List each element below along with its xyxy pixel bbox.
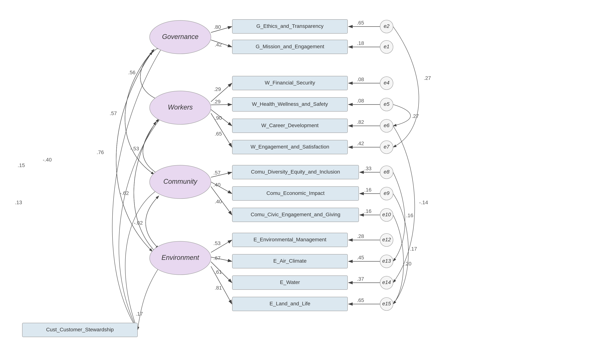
label-e13: e13 (382, 258, 391, 264)
label-e-water: E_Water (280, 279, 300, 285)
coeff-environment-customer: .17 (136, 311, 143, 317)
label-e4: e4 (384, 80, 389, 85)
label-e6: e6 (384, 123, 389, 128)
coeff-e5-health: .08 (357, 98, 364, 104)
coeff-e-right2: .27 (412, 113, 419, 119)
label-c-diversity: Comu_Diversity_Equity_and_Inclusion (251, 169, 340, 175)
coeff-e4-financial: .08 (357, 76, 364, 82)
coeff-e9-economic: .16 (364, 187, 371, 193)
coeff-e-right5: .17 (410, 246, 417, 252)
coeff-env-air: .67 (213, 255, 220, 261)
coeff-env-environmental: .53 (213, 240, 220, 246)
label-e12: e12 (382, 237, 391, 242)
label-w-career: W_Career_Development (261, 123, 318, 128)
coeff-e14-water: .37 (357, 276, 364, 282)
coeff-com-civic: .40 (215, 199, 222, 204)
label-e14: e14 (382, 279, 391, 285)
coeff-community-environment: -.02 (134, 220, 143, 226)
label-e2: e2 (384, 23, 389, 29)
coeff-e10-civic: .16 (364, 208, 371, 214)
label-e-air: E_Air_Climate (273, 258, 307, 264)
svg-line-5 (211, 104, 232, 105)
coeff-community-customer: .13 (15, 200, 22, 205)
coeff-e6-career: .82 (357, 119, 364, 125)
coeff-workers-customer: -.40 (43, 157, 52, 163)
label-c-economic: Comu_Economic_Impact (266, 190, 325, 196)
label-e7: e7 (384, 144, 390, 150)
label-w-health: W_Health_Wellness_and_Safety (252, 101, 328, 107)
coeff-gov-environment: .76 (97, 149, 104, 155)
label-c-civic: Comu_Civic_Engagement_and_Giving (251, 212, 341, 217)
coeff-gov-customer: .15 (18, 162, 25, 168)
label-workers: Workers (168, 103, 193, 111)
coeff-wor-health: .29 (213, 99, 220, 104)
coeff-gov-ethics: .80 (214, 24, 221, 30)
label-e10: e10 (382, 212, 391, 217)
coeff-e-right3: -.14 (419, 200, 428, 205)
coeff-wor-financial: .29 (214, 86, 221, 92)
coeff-gov-community: .57 (110, 110, 117, 116)
coeff-wor-engagement: .65 (215, 131, 222, 137)
coeff-env-land: .81 (215, 285, 222, 291)
coeff-e2-ethics: .65 (357, 20, 364, 25)
label-e9: e9 (384, 190, 389, 196)
coeff-com-diversity: .57 (213, 170, 220, 176)
coeff-e12-environmental: .28 (357, 233, 364, 239)
coeff-e7-engagement: .42 (357, 141, 364, 146)
label-g-mission: G_Mission_and_Engagement (256, 44, 324, 49)
coeff-e-right4: .16 (406, 212, 413, 218)
label-community: Community (163, 178, 198, 185)
coeff-com-economic: .40 (213, 182, 220, 188)
coeff-workers-community: -.53 (130, 146, 139, 152)
label-customer: Cust_Customer_Stewardship (46, 327, 114, 332)
label-e8: e8 (384, 169, 389, 175)
coeff-e13-air: .45 (357, 255, 364, 260)
coeff-e1-mission: .18 (357, 40, 364, 46)
diagram-container: .56 .57 .76 -.53 -.62 -.02 .15 -.40 .13 (0, 0, 599, 364)
label-e-environmental: E_Environmental_Management (254, 237, 326, 242)
label-g-ethics: G_Ethics_and_Transparency (256, 23, 324, 29)
label-e1: e1 (384, 44, 389, 49)
coeff-e-right1: .27 (424, 75, 431, 81)
coeff-wor-career: .90 (215, 115, 222, 121)
coeff-e8-diversity: .33 (364, 166, 371, 171)
label-environment: Environment (161, 254, 199, 261)
coeff-env-water: .61 (215, 269, 222, 275)
label-w-financial: W_Financial_Security (265, 80, 315, 85)
label-e-land: E_Land_and_Life (270, 301, 310, 306)
label-e5: e5 (384, 101, 389, 107)
coeff-e-right6: .20 (404, 261, 412, 267)
coeff-e15-land: .65 (357, 297, 364, 303)
coeff-workers-environment: -.62 (120, 190, 129, 196)
label-e15: e15 (382, 301, 391, 306)
label-w-engagement: W_Engagement_and_Satisfaction (251, 144, 329, 150)
label-governance: Governance (162, 33, 198, 41)
coeff-gov-mission: .42 (215, 42, 222, 48)
coeff-gov-workers: .56 (128, 70, 135, 75)
